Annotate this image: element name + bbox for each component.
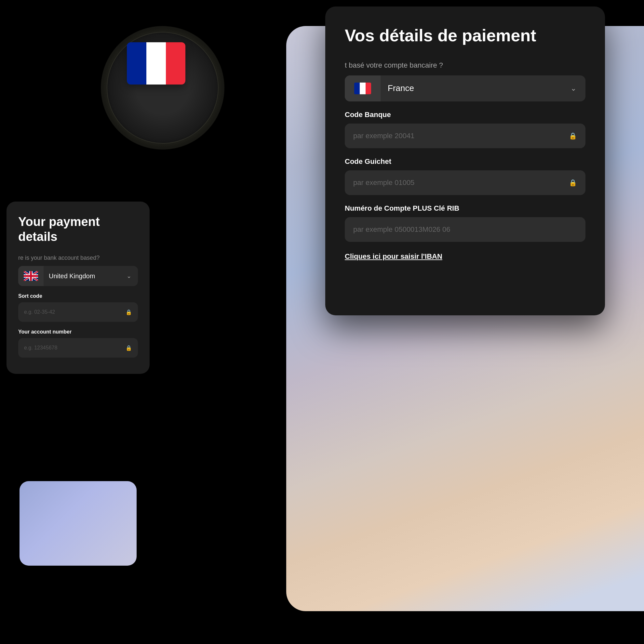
uk-country-selector[interactable]: United Kingdom ⌄ [18, 266, 138, 286]
french-chevron-icon: ⌄ [571, 84, 585, 93]
flag-white-stripe [146, 42, 166, 85]
french-country-name: France [381, 83, 571, 93]
flag-blue-stripe [127, 42, 146, 85]
numero-compte-input[interactable]: par exemple 0500013M026 06 [345, 217, 585, 242]
uk-chevron-icon: ⌄ [126, 272, 138, 280]
uk-card-background [20, 481, 137, 566]
numero-compte-label: Numéro de Compte PLUS Clé RIB [345, 204, 585, 213]
fr-flag-white [360, 83, 365, 94]
code-guichet-input[interactable]: par exemple 01005 🔒 [345, 170, 585, 195]
flag-red-stripe [166, 42, 185, 85]
french-flag-small [354, 83, 371, 94]
french-payment-card: Vos détails de paiement t basé votre com… [325, 7, 605, 315]
code-banque-placeholder: par exemple 20041 [353, 132, 569, 140]
code-guichet-label: Code Guichet [345, 157, 585, 166]
uk-flag-area [18, 266, 44, 286]
iban-link[interactable]: Cliques ici pour saisir l'IBAN [345, 252, 442, 261]
account-number-input[interactable]: e.g. 12345678 🔒 [18, 338, 138, 358]
uk-payment-card: Your payment details re is your bank acc… [7, 202, 150, 374]
french-flag-area [345, 75, 381, 101]
account-number-label: Your account number [18, 329, 138, 335]
code-banque-lock-icon: 🔒 [569, 132, 577, 140]
code-banque-input[interactable]: par exemple 20041 🔒 [345, 124, 585, 148]
fr-flag-blue [354, 83, 360, 94]
french-section-label: t basé votre compte bancaire ? [345, 61, 585, 70]
french-country-selector[interactable]: France ⌄ [345, 75, 585, 101]
code-guichet-lock-icon: 🔒 [569, 179, 577, 187]
numero-compte-placeholder: par exemple 0500013M026 06 [353, 225, 577, 234]
sort-code-lock-icon: 🔒 [125, 309, 132, 315]
sort-code-label: Sort code [18, 293, 138, 299]
code-banque-label: Code Banque [345, 111, 585, 119]
sort-code-input[interactable]: e.g. 02-35-42 🔒 [18, 302, 138, 322]
svg-rect-8 [24, 275, 38, 277]
fr-flag-red [366, 83, 371, 94]
french-flag-large [127, 42, 185, 85]
account-number-placeholder: e.g. 12345678 [24, 345, 125, 351]
uk-card-title: Your payment details [18, 215, 138, 244]
uk-country-name: United Kingdom [44, 272, 126, 280]
code-guichet-placeholder: par exemple 01005 [353, 178, 569, 187]
account-number-lock-icon: 🔒 [125, 345, 132, 351]
uk-flag-icon [24, 271, 38, 281]
french-card-title: Vos détails de paiement [345, 26, 585, 46]
sort-code-placeholder: e.g. 02-35-42 [24, 309, 125, 315]
uk-section-label: re is your bank account based? [18, 255, 138, 261]
